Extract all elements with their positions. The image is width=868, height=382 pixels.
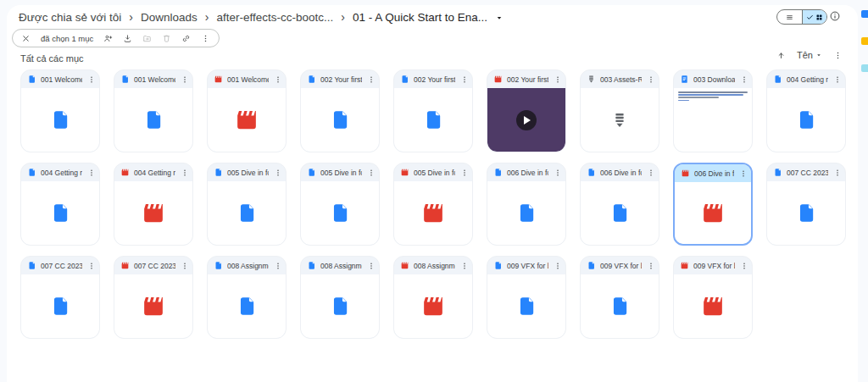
more-options-icon[interactable]	[273, 262, 282, 270]
more-options-icon[interactable]	[180, 75, 189, 84]
file-card[interactable]: 007 CC 2023 Re...	[766, 163, 846, 246]
file-type-icon	[587, 75, 596, 84]
move-folder-icon[interactable]	[142, 34, 152, 43]
grid-view-button[interactable]	[803, 10, 827, 24]
file-card-header: 003 Assets-Reso...	[581, 70, 659, 88]
file-card-header: 005 Dive in for b...	[394, 163, 472, 181]
video-thumbnail	[487, 88, 565, 152]
file-type-icon	[214, 75, 223, 84]
video-file-icon	[698, 293, 727, 319]
more-options-icon[interactable]	[646, 75, 655, 84]
share-person-add-icon[interactable]	[103, 34, 113, 43]
sort-by-button[interactable]: Tên	[797, 50, 822, 60]
play-icon[interactable]	[516, 110, 537, 130]
trash-icon[interactable]	[162, 34, 171, 43]
more-options-icon[interactable]	[201, 34, 210, 43]
video-file-icon	[139, 293, 168, 319]
file-preview	[114, 181, 192, 245]
breadcrumb-item[interactable]: Được chia sẻ với tôi	[19, 11, 121, 24]
file-card[interactable]: 008 Assignment ...	[393, 256, 473, 339]
file-card[interactable]: 004 Getting read...	[20, 163, 100, 246]
file-card[interactable]: 001 Welcome to ...	[207, 69, 287, 152]
file-type-icon	[307, 168, 316, 177]
more-options-icon[interactable]	[180, 169, 189, 177]
more-options-icon[interactable]	[459, 169, 469, 177]
more-options-icon[interactable]	[366, 75, 376, 84]
breadcrumb-item[interactable]: Downloads	[141, 11, 198, 24]
file-card[interactable]: 001 Welcome to ...	[20, 69, 100, 152]
file-card[interactable]: 004 Getting read...	[114, 163, 193, 246]
clear-selection-icon[interactable]	[21, 34, 31, 43]
file-card-header: 001 Welcome to ...	[208, 70, 286, 88]
file-title: 002 Your first Ani...	[414, 75, 455, 84]
more-options-icon[interactable]	[459, 75, 469, 84]
file-card[interactable]: 008 Assignment ...	[300, 256, 380, 339]
more-options-icon[interactable]	[273, 169, 282, 177]
more-options-icon[interactable]	[646, 262, 655, 270]
file-card-header: 001 Welcome to ...	[21, 70, 99, 88]
more-options-icon[interactable]	[738, 169, 748, 178]
file-card[interactable]: 003 Download y...	[673, 69, 753, 152]
grid-view-icon	[815, 14, 823, 21]
file-card[interactable]: 002 Your first Ani...	[487, 69, 566, 152]
more-options-icon[interactable]	[832, 169, 842, 177]
file-card[interactable]: 005 Dive in for b...	[300, 163, 380, 246]
doc-file-icon	[329, 107, 351, 133]
file-card[interactable]: 009 VFX for begi...	[487, 256, 566, 339]
file-card[interactable]: 006 Dive in for b...	[673, 163, 753, 246]
file-preview	[675, 182, 751, 244]
more-options-icon[interactable]	[366, 169, 376, 177]
file-title: 006 Dive in for b...	[600, 169, 642, 177]
file-card[interactable]: 002 Your first Ani...	[393, 69, 473, 152]
file-type-icon	[27, 261, 36, 270]
caret-down-icon[interactable]	[495, 14, 504, 22]
download-icon[interactable]	[123, 34, 132, 43]
link-icon[interactable]	[181, 34, 191, 43]
breadcrumb-item[interactable]: after-effects-cc-bootc...	[216, 11, 333, 24]
file-card[interactable]: 006 Dive in for b...	[580, 163, 659, 246]
file-card[interactable]: 006 Dive in for b...	[487, 163, 566, 246]
file-type-icon	[400, 261, 409, 270]
more-options-icon[interactable]	[739, 75, 748, 84]
sort-direction-icon[interactable]	[776, 51, 786, 60]
file-card[interactable]: 005 Dive in for b...	[393, 163, 473, 246]
more-options-icon[interactable]	[739, 262, 748, 270]
file-card[interactable]: 001 Welcome to ...	[114, 69, 193, 152]
breadcrumb-item[interactable]: 01 - A Quick Start to Ena...	[353, 11, 487, 24]
side-panel-icon-fragment[interactable]	[861, 64, 868, 72]
more-options-icon[interactable]	[833, 51, 843, 60]
side-panel-icon-fragment[interactable]	[861, 10, 868, 18]
chevron-right-icon: ›	[205, 11, 209, 23]
file-preview	[581, 274, 659, 338]
file-card[interactable]: 007 CC 2023 Re...	[114, 256, 193, 339]
info-icon[interactable]	[829, 10, 841, 22]
file-card[interactable]: 009 VFX for begi...	[580, 256, 659, 339]
file-card[interactable]: 002 Your first Ani...	[300, 69, 380, 152]
doc-file-icon	[609, 293, 631, 319]
more-options-icon[interactable]	[553, 169, 562, 177]
list-view-button[interactable]	[777, 10, 803, 24]
more-options-icon[interactable]	[553, 262, 562, 270]
more-options-icon[interactable]	[459, 262, 469, 270]
file-card[interactable]: 005 Dive in for b...	[207, 163, 287, 246]
more-options-icon[interactable]	[180, 262, 189, 270]
more-options-icon[interactable]	[86, 262, 96, 270]
file-card[interactable]: 009 VFX for begi...	[673, 256, 753, 339]
more-options-icon[interactable]	[273, 75, 282, 84]
more-options-icon[interactable]	[86, 75, 96, 84]
file-card[interactable]: 004 Getting read...	[766, 69, 846, 152]
side-panel-icon-fragment[interactable]	[861, 37, 868, 45]
more-options-icon[interactable]	[366, 262, 376, 270]
file-card-header: 009 VFX for begi...	[581, 257, 659, 274]
more-options-icon[interactable]	[553, 75, 562, 84]
file-preview	[301, 274, 379, 338]
file-type-icon	[681, 169, 690, 178]
file-card-header: 002 Your first Ani...	[301, 70, 379, 88]
file-card[interactable]: 003 Assets-Reso...	[580, 69, 659, 152]
more-options-icon[interactable]	[86, 169, 96, 177]
more-options-icon[interactable]	[646, 169, 655, 177]
more-options-icon[interactable]	[832, 75, 842, 84]
file-type-icon	[214, 261, 223, 270]
file-card[interactable]: 008 Assignment ...	[207, 256, 287, 339]
file-card[interactable]: 007 CC 2023 Re...	[20, 256, 100, 339]
